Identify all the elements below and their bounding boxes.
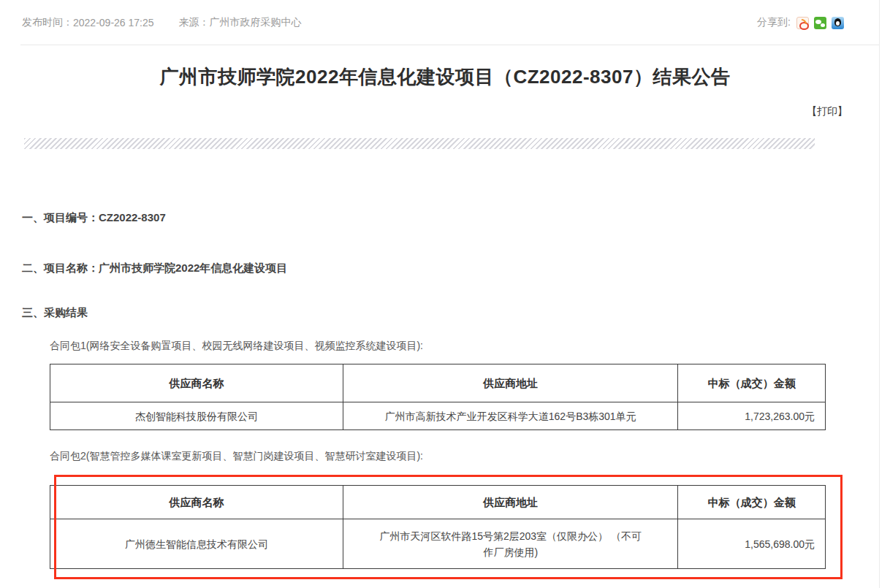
award-amount-cell: 1,565,698.00元 [678, 519, 826, 569]
table-header-row: 供应商名称 供应商地址 中标（成交）金额 [50, 486, 826, 519]
section-project-name: 二、项目名称：广州市技师学院2022年信息化建设项目 [22, 261, 890, 275]
publish-meta: 发布时间： 2022-09-26 17:25 来源： 广州市政府采购中心 [22, 16, 302, 29]
qq-share-icon[interactable] [832, 17, 844, 29]
source-value: 广州市政府采购中心 [210, 16, 302, 29]
share-icon-group [796, 17, 844, 29]
announcement-page: { "topbar": { "publish_label": "发布时间：", … [0, 0, 890, 588]
table-header-row: 供应商名称 供应商地址 中标（成交）金额 [50, 364, 826, 402]
supplier-address-cell: 广州市天河区软件路15号第2层203室（仅限办公） （不可作厂房使用) [343, 519, 678, 569]
header-supplier-name: 供应商名称 [50, 486, 343, 519]
header-award-amount: 中标（成交）金额 [678, 486, 826, 519]
print-row: 【打印】 [0, 104, 890, 118]
package1-result-table: 供应商名称 供应商地址 中标（成交）金额 杰创智能科技股份有限公司 广州市高新技… [50, 364, 826, 430]
hatched-divider [24, 138, 815, 149]
package1-intro: 合同包1(网络安全设备购置项目、校园无线网络建设项目、视频监控系统建设项目): [50, 340, 890, 353]
share-bar: 分享到: [757, 16, 879, 29]
header-supplier-address: 供应商地址 [343, 486, 678, 519]
publish-time-value: 2022-09-26 17:25 [73, 17, 154, 28]
print-button[interactable]: 【打印】 [807, 105, 848, 117]
header-supplier-name: 供应商名称 [50, 364, 343, 402]
source-label: 来源： [179, 16, 210, 29]
package2-highlight-area: 供应商名称 供应商地址 中标（成交）金额 广州德生智能信息技术有限公司 广州市天… [0, 485, 890, 569]
wechat-share-icon[interactable] [814, 17, 826, 29]
header-supplier-address: 供应商地址 [343, 364, 678, 402]
table-row: 杰创智能科技股份有限公司 广州市高新技术产业开发区科学大道162号B3栋301单… [50, 402, 826, 430]
package2-intro: 合同包2(智慧管控多媒体课室更新项目、智慧门岗建设项目、智慧研讨室建设项目): [50, 450, 890, 463]
page-title: 广州市技师学院2022年信息化建设项目（CZ2022-8307）结果公告 [0, 64, 890, 90]
weibo-share-icon[interactable] [796, 17, 809, 29]
award-amount-cell: 1,723,263.00元 [678, 402, 826, 430]
table-row: 广州德生智能信息技术有限公司 广州市天河区软件路15号第2层203室（仅限办公）… [50, 519, 826, 569]
share-label: 分享到: [757, 16, 791, 29]
supplier-name-cell: 杰创智能科技股份有限公司 [50, 402, 343, 430]
publish-time-label: 发布时间： [22, 16, 73, 29]
meta-bar: 发布时间： 2022-09-26 17:25 来源： 广州市政府采购中心 分享到… [0, 0, 890, 45]
section-procurement-result: 三、采购结果 [22, 306, 890, 320]
supplier-name-cell: 广州德生智能信息技术有限公司 [50, 519, 343, 569]
section-project-number: 一、项目编号：CZ2022-8307 [22, 211, 890, 225]
package2-result-table: 供应商名称 供应商地址 中标（成交）金额 广州德生智能信息技术有限公司 广州市天… [50, 485, 826, 569]
supplier-address-cell: 广州市高新技术产业开发区科学大道162号B3栋301单元 [343, 402, 678, 430]
header-award-amount: 中标（成交）金额 [678, 364, 826, 402]
